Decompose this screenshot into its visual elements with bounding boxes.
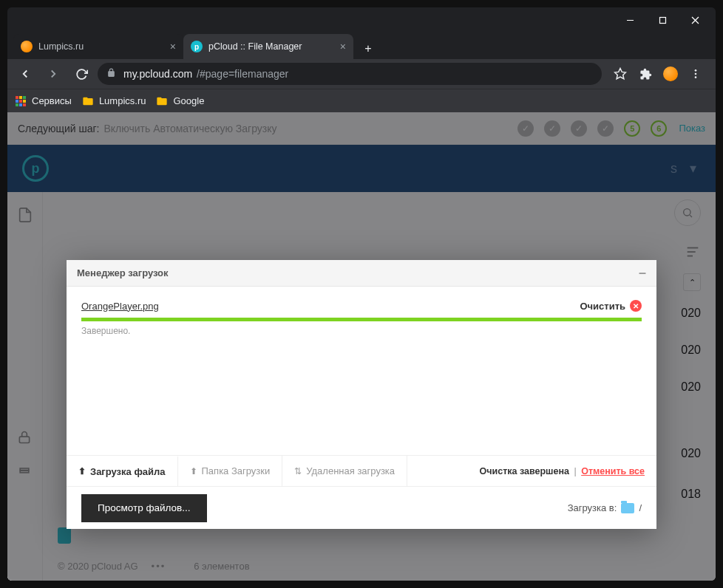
tab-upload-folder[interactable]: ⬆ Папка Загрузки	[178, 456, 283, 486]
clear-button[interactable]: Очистить ✕	[580, 300, 642, 312]
svg-rect-16	[23, 103, 26, 106]
file-date: 020	[681, 380, 701, 394]
folder-icon[interactable]	[621, 503, 634, 513]
step-done-icon[interactable]	[544, 120, 560, 137]
bookmark-label: Lumpics.ru	[99, 95, 146, 106]
svg-rect-15	[19, 103, 22, 106]
tab-pcloud[interactable]: p pCloud :: File Manager ×	[183, 34, 353, 59]
toolbar: my.pcloud.com/#page=filemanager	[7, 59, 716, 89]
upload-progress-bar	[81, 318, 642, 321]
clear-label: Очистить	[580, 301, 625, 312]
page-content: Следующий шаг: Включить Автоматическую З…	[7, 112, 716, 581]
extensions-button[interactable]	[634, 63, 656, 85]
window-close-button[interactable]	[679, 9, 711, 31]
tab-label: pCloud :: File Manager	[208, 41, 302, 52]
bookmarks-bar: Сервисы Lumpics.ru Google	[7, 89, 716, 112]
url-path: /#page=filemanager	[197, 68, 288, 80]
window-titlebar	[7, 7, 716, 33]
extensions-area	[606, 63, 710, 85]
modal-header: Менеджер загрузок –	[67, 260, 656, 287]
bookmark-lumpics[interactable]: Lumpics.ru	[82, 95, 146, 107]
more-icon[interactable]: •••	[152, 561, 166, 572]
modal-title: Менеджер загрузок	[77, 267, 169, 278]
svg-point-20	[684, 209, 690, 216]
trash-icon[interactable]	[17, 461, 33, 477]
upload-manager-modal: Менеджер загрузок – OrangePlayer.png Очи…	[67, 260, 656, 529]
onboarding-banner: Следующий шаг: Включить Автоматическую З…	[7, 112, 716, 145]
svg-rect-17	[19, 437, 29, 442]
tab-close-icon[interactable]: ×	[340, 41, 346, 52]
svg-rect-12	[19, 100, 22, 103]
uploaded-file-link[interactable]: OrangePlayer.png	[81, 301, 159, 312]
tab-upload-file[interactable]: ⬆ Загрузка файла	[67, 456, 178, 486]
tab-close-icon[interactable]: ×	[170, 41, 176, 52]
files-icon[interactable]	[17, 207, 33, 223]
upload-status: Завершено.	[81, 326, 642, 336]
page-footer: © 2020 pCloud AG ••• 6 элементов	[43, 561, 716, 572]
bookmark-apps[interactable]: Сервисы	[15, 95, 72, 107]
svg-rect-14	[16, 103, 18, 106]
step-6[interactable]: 6	[651, 120, 667, 137]
svg-point-5	[695, 69, 697, 72]
svg-rect-19	[20, 471, 29, 473]
banner-show-link[interactable]: Показ	[679, 123, 705, 134]
folder-icon	[82, 95, 94, 107]
upload-icon: ⬆	[78, 466, 86, 476]
search-icon[interactable]	[674, 199, 701, 226]
copyright: © 2020 pCloud AG	[58, 561, 138, 572]
sort-toggle[interactable]: ⌃	[683, 273, 701, 291]
svg-rect-9	[19, 96, 22, 99]
upload-icon: ⬆	[190, 466, 197, 476]
svg-rect-11	[16, 100, 18, 103]
svg-point-6	[695, 73, 697, 75]
clear-x-icon: ✕	[630, 300, 642, 312]
orange-extension-button[interactable]	[659, 63, 682, 85]
header-right: s ▾	[671, 160, 701, 177]
window-maximize-button[interactable]	[646, 9, 679, 31]
browse-files-button[interactable]: Просмотр файлов...	[81, 494, 207, 522]
dest-label: Загрузка в:	[568, 502, 617, 513]
browser-menu-button[interactable]	[685, 63, 707, 85]
step-done-icon[interactable]	[517, 120, 534, 137]
upload-destination: Загрузка в: /	[568, 502, 642, 513]
bookmark-label: Сервисы	[32, 95, 72, 106]
banner-hint: Включить Автоматическую Загрузку	[104, 123, 277, 134]
remote-icon: ⇅	[294, 466, 302, 476]
status-badge[interactable]	[58, 527, 71, 544]
bookmark-star-button[interactable]	[609, 63, 631, 85]
svg-line-21	[690, 215, 692, 217]
modal-tabs: ⬆ Загрузка файла ⬆ Папка Загрузки ⇅ Удал…	[67, 455, 656, 486]
tab-label: Папка Загрузки	[202, 465, 271, 476]
upload-body: OrangePlayer.png Очистить ✕ Завершено.	[67, 287, 656, 455]
forward-button[interactable]	[41, 62, 65, 86]
bookmark-google[interactable]: Google	[156, 95, 204, 107]
tab-remote-upload[interactable]: ⇅ Удаленная загрузка	[282, 456, 407, 486]
elements-count: 6 элементов	[194, 561, 249, 572]
cancel-all-link[interactable]: Отменить все	[581, 466, 645, 476]
bookmark-label: Google	[173, 95, 204, 106]
svg-rect-8	[16, 96, 18, 99]
step-done-icon[interactable]	[597, 120, 614, 137]
file-date: 020	[681, 343, 701, 357]
tab-lumpics[interactable]: Lumpics.ru ×	[13, 34, 183, 59]
sort-icon[interactable]	[685, 244, 701, 263]
window-minimize-button[interactable]	[614, 9, 646, 31]
cleanup-done-label: Очистка завершена	[480, 466, 569, 476]
modal-minimize-button[interactable]: –	[639, 265, 646, 281]
step-done-icon[interactable]	[571, 120, 587, 137]
svg-point-7	[695, 76, 697, 78]
reload-button[interactable]	[69, 62, 93, 86]
tabs-status: Очистка завершена | Отменить все	[468, 466, 656, 476]
svg-rect-13	[23, 100, 26, 103]
separator: |	[574, 466, 576, 476]
pcloud-logo[interactable]: p	[22, 155, 49, 182]
step-5[interactable]: 5	[624, 120, 640, 137]
banner-prefix: Следующий шаг:	[18, 123, 100, 134]
address-bar[interactable]: my.pcloud.com/#page=filemanager	[98, 63, 602, 85]
lock-icon[interactable]	[17, 430, 33, 446]
tab-label: Lumpics.ru	[38, 41, 84, 52]
app-header: p s ▾	[7, 145, 716, 192]
file-date: 020	[681, 307, 701, 320]
new-tab-button[interactable]: +	[358, 38, 379, 59]
back-button[interactable]	[13, 62, 37, 86]
